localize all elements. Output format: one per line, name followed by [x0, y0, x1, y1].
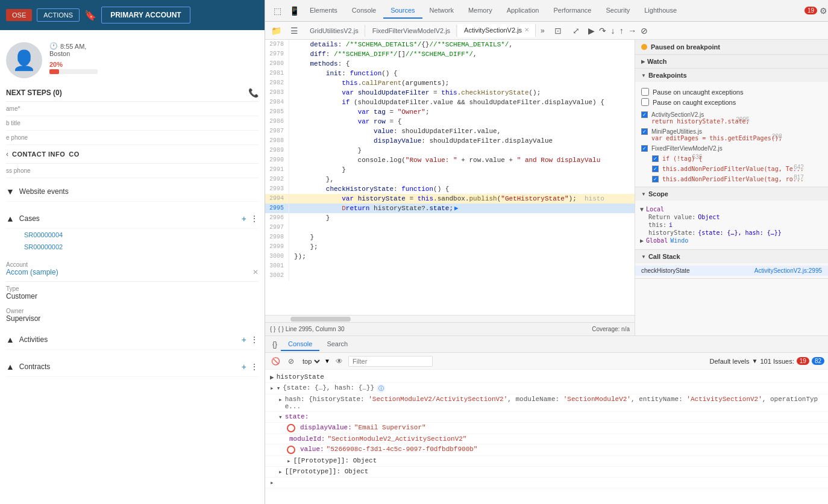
console-tab-search[interactable]: Search [319, 338, 355, 351]
business-phone-label: ss phone [6, 167, 259, 174]
expand-icon[interactable]: ▼ [6, 187, 14, 196]
code-hscrollbar-thumb[interactable] [290, 317, 351, 322]
console-tabs: {} Console Search [265, 336, 828, 353]
contracts-more-icon[interactable]: ⋮ [250, 362, 259, 372]
settings-icon[interactable]: 19 ⚙ [808, 2, 824, 19]
clock-icon: 🕐 [49, 42, 58, 50]
primary-account-button[interactable]: PRIMARY ACCOUNT [101, 7, 190, 23]
live-expressions-icon[interactable]: 👁 [333, 355, 346, 368]
tab-security[interactable]: Security [598, 3, 637, 19]
console-expand-proto2[interactable]: ▸ [278, 468, 283, 476]
activities-add-icon[interactable]: + [242, 335, 246, 344]
bookmark-icon[interactable]: 🔖 [84, 10, 96, 21]
expand-pane-icon[interactable]: ⤢ [568, 22, 585, 39]
default-levels-dropdown-icon[interactable]: ▼ [752, 358, 758, 364]
console-collapse-obj[interactable]: ▾ [277, 384, 281, 392]
clear-console-icon[interactable]: 🚫 [269, 355, 282, 368]
pause-caught-checkbox[interactable] [641, 98, 649, 106]
more-tabs-icon[interactable]: » [537, 24, 548, 37]
bp-checkbox-minipage[interactable] [641, 128, 648, 135]
tab-sources[interactable]: Sources [383, 3, 422, 19]
dropdown-chevron-icon[interactable]: ▼ [324, 358, 330, 364]
pause-caught-label: Pause on caught exceptions [653, 99, 736, 106]
context-selector[interactable]: top [300, 357, 322, 366]
cases-label: Cases [19, 214, 40, 223]
case1-id[interactable]: SR00000004 [6, 229, 259, 241]
code-hscrollbar[interactable] [265, 315, 635, 322]
activities-expand-icon[interactable]: ▲ [6, 335, 14, 344]
callstack-item-0[interactable]: checkHistoryState ActivitySectionV2.js:2… [635, 266, 828, 276]
contracts-expand-icon[interactable]: ▲ [6, 362, 14, 372]
issues-red-badge[interactable]: 19 [797, 357, 809, 365]
code-line-2997: 2997 [265, 223, 635, 232]
case2-id[interactable]: SR00000002 [6, 241, 259, 253]
console-expand-proto1[interactable]: ▸ [287, 457, 291, 465]
chevron-left-icon[interactable]: ‹ [6, 150, 8, 158]
activities-more-icon[interactable]: ⋮ [250, 335, 259, 344]
console-expand-history[interactable]: ▶ [270, 373, 274, 381]
default-levels-label[interactable]: Default levels [710, 358, 750, 365]
issues-blue-badge[interactable]: 82 [812, 357, 824, 365]
cases-expand-icon[interactable]: ▲ [6, 214, 14, 223]
close-button[interactable]: OSE [6, 9, 32, 21]
bp-checkbox-ff3[interactable] [652, 176, 659, 182]
line-content-2986: var row = { [289, 117, 401, 126]
pause-uncaught-checkbox[interactable] [641, 88, 649, 96]
file-tab-activitysection[interactable]: ActivitySectionV2.js ✕ [458, 24, 536, 37]
console-expand-hash[interactable]: ▸ [278, 396, 283, 403]
line-content-2989: } [289, 146, 362, 155]
bp-checkbox-ff1[interactable] [652, 155, 659, 162]
filter-toggle-icon[interactable]: ⊘ [284, 355, 298, 368]
console-filter-input[interactable] [348, 356, 433, 367]
step-into-icon[interactable]: ↓ [610, 26, 615, 36]
remove-account-icon[interactable]: ✕ [252, 268, 259, 276]
step-over-icon[interactable]: ↷ [599, 26, 606, 36]
watch-header[interactable]: ▶ Watch [635, 55, 828, 68]
split-pane-icon[interactable]: ⊡ [550, 22, 566, 39]
cases-more-icon[interactable]: ⋮ [250, 214, 259, 223]
console-expand-obj[interactable]: ▸ [270, 384, 274, 392]
tab-console[interactable]: Console [345, 3, 383, 19]
code-editor[interactable]: 2978 details: /**SCHEMA_DETAILS*/{}//**S… [265, 40, 635, 315]
bp-checkbox-fixedfilter[interactable] [641, 145, 648, 152]
console-icon[interactable]: {} [269, 338, 281, 351]
bp-detail-ff1: if (!tag) { 636 [662, 155, 702, 162]
tab-application[interactable]: Application [500, 3, 547, 19]
contracts-add-icon[interactable]: + [242, 362, 246, 372]
console-content[interactable]: ▶ historyState ▸ ▾ {state: {…}, hash: {…… [265, 370, 828, 504]
file-tab-griduilities[interactable]: GridUtilitiesV2.js [304, 25, 365, 37]
file-tree-icon[interactable]: 📁 [268, 22, 284, 39]
phone-icon[interactable]: 📞 [248, 88, 259, 98]
actions-button[interactable]: ACTIONS [37, 8, 80, 22]
inspect-icon[interactable]: ⬚ [269, 2, 286, 19]
step-icon[interactable]: → [628, 26, 636, 36]
local-expand-icon[interactable]: ▼ [640, 206, 644, 213]
resume-icon[interactable]: ▶ [588, 26, 595, 36]
global-expand-icon[interactable]: ▶ [640, 237, 644, 244]
cases-add-icon[interactable]: + [242, 214, 246, 223]
tab-lighthouse[interactable]: Lighthouse [637, 3, 684, 19]
scope-header[interactable]: ▼ Scope [635, 187, 828, 201]
callstack-header[interactable]: ▼ Call Stack [635, 250, 828, 263]
file-tab-fixedfilter[interactable]: FixedFilterViewModelV2.js [366, 25, 457, 37]
bp-checkbox-activity[interactable] [641, 111, 648, 118]
device-icon[interactable]: 📱 [286, 2, 303, 19]
line-content-2978: details: /**SCHEMA_DETAILS*/{}//**SCHEMA… [289, 40, 513, 49]
line-num-2981: 2981 [265, 69, 289, 78]
drawer-icon[interactable]: ☰ [286, 22, 303, 39]
breakpoints-header[interactable]: ▼ Breakpoints [635, 69, 828, 82]
tab-memory[interactable]: Memory [461, 3, 500, 19]
tab-elements[interactable]: Elements [303, 3, 345, 19]
badge-red: 19 [804, 7, 817, 14]
console-tab-console[interactable]: Console [281, 338, 319, 351]
activities-section: ▲ Activities + ⋮ [6, 326, 259, 353]
bp-checkbox-ff2[interactable] [652, 166, 659, 172]
step-out-icon[interactable]: ↑ [619, 26, 624, 36]
breakpoint-item-fixedfilter-header: FixedFilterViewModelV2.js [635, 143, 828, 154]
tab-network[interactable]: Network [422, 3, 461, 19]
close-file-tab-icon[interactable]: ✕ [524, 26, 529, 33]
deactivate-breakpoints-icon[interactable]: ⊘ [641, 26, 648, 36]
this-val: i [669, 222, 673, 228]
console-expand-state[interactable]: ▾ [278, 413, 283, 421]
tab-performance[interactable]: Performance [546, 3, 598, 19]
